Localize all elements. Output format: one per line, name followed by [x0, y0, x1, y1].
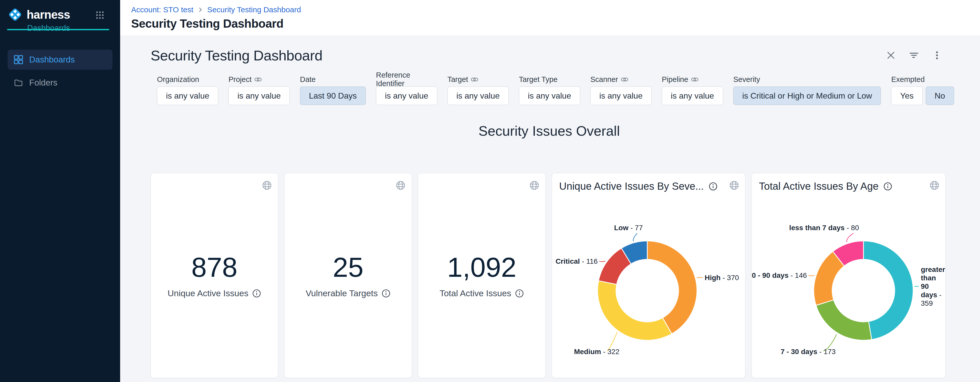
slice-label: Medium - 322 — [574, 347, 619, 356]
link-icon — [621, 78, 628, 81]
filter-values: is any value — [590, 87, 652, 105]
stat-card: 878Unique Active Issues — [151, 173, 278, 378]
filter-values: is any value — [447, 87, 509, 105]
filter-bar: Organizationis any valueProjectis any va… — [151, 75, 948, 105]
app-root: harness Dashboards DashboardsFolders Acc… — [0, 0, 980, 382]
filter-label: Date — [300, 75, 366, 84]
stat-label: Unique Active Issues — [167, 288, 261, 298]
info-icon[interactable] — [382, 289, 391, 298]
filter-values: YesNo — [891, 87, 954, 105]
stat-label: Total Active Issues — [439, 288, 524, 298]
stat-value: 25 — [333, 253, 363, 282]
filter-group: Severityis Critical or High or Medium or… — [733, 75, 881, 105]
harness-logo-icon — [7, 7, 23, 22]
page-title: Security Testing Dashboard — [131, 17, 980, 30]
filter-values: is any value — [376, 87, 437, 105]
sidebar-item-dashboards[interactable]: Dashboards — [8, 50, 113, 70]
link-icon — [255, 78, 261, 81]
slice-label: Critical - 116 — [555, 257, 598, 266]
dashboard-title: Security Testing Dashboard — [151, 47, 323, 64]
sidebar-item-folders[interactable]: Folders — [8, 73, 113, 93]
module-name: Dashboards — [27, 24, 113, 33]
donut-chart: High - 370Medium - 322Critical - 116Low … — [552, 173, 745, 378]
sidebar-header: harness Dashboards — [0, 0, 120, 33]
stat-value: 878 — [191, 253, 237, 282]
chart-title: Unique Active Issues By Seve... — [559, 181, 725, 192]
breadcrumb-account-link[interactable]: Account: STO test — [131, 5, 193, 14]
filter-value-button[interactable]: is any value — [157, 87, 218, 105]
slice-label: greater than 90 days - 359 — [921, 265, 944, 308]
sidebar: harness Dashboards DashboardsFolders — [0, 0, 120, 382]
filter-value-button[interactable]: is any value — [447, 87, 509, 105]
filter-value-button[interactable]: is any value — [662, 87, 723, 105]
stat-card: 25Vulnerable Targets — [284, 173, 412, 378]
section-title: Security Issues Overall — [151, 123, 948, 139]
filter-group: DateLast 90 Days — [300, 75, 366, 105]
chevron-right-icon — [197, 7, 203, 13]
donut-slice[interactable] — [598, 281, 672, 340]
filter-values: Last 90 Days — [300, 87, 366, 105]
kebab-menu-icon[interactable] — [932, 50, 942, 60]
donut-slice[interactable] — [816, 300, 872, 340]
filter-values: is any value — [157, 87, 218, 105]
folder-icon — [14, 78, 23, 87]
chart-card: Total Active Issues By Agegreater than 9… — [751, 173, 946, 378]
breadcrumb-page-link[interactable]: Security Testing Dashboard — [207, 5, 301, 14]
chart-title: Total Active Issues By Age — [759, 181, 925, 192]
brand-name: harness — [27, 8, 70, 22]
filter-value-button[interactable]: Last 90 Days — [300, 87, 366, 105]
globe-icon[interactable] — [929, 180, 940, 191]
filter-value-button[interactable]: is any value — [590, 87, 652, 105]
filter-label: Severity — [733, 75, 881, 84]
filter-label: Exempted — [891, 75, 954, 84]
info-icon[interactable] — [515, 289, 524, 298]
filter-group: Targetis any value — [447, 75, 509, 105]
dashboard-content: Security Testing Dashboard — [120, 36, 980, 382]
filter-label: Target — [447, 75, 509, 84]
filter-group: Target Typeis any value — [519, 75, 580, 105]
sidebar-item-label: Dashboards — [29, 55, 75, 65]
filter-group: Pipelineis any value — [662, 75, 723, 105]
info-icon[interactable] — [883, 182, 892, 191]
breadcrumb: Account: STO test Security Testing Dashb… — [131, 5, 980, 14]
filter-value-button[interactable]: Yes — [891, 87, 923, 105]
info-icon[interactable] — [708, 182, 718, 191]
donut-slice[interactable] — [864, 241, 913, 339]
filter-label: Pipeline — [662, 75, 723, 84]
slice-label: 30 - 90 days - 146 — [751, 271, 807, 280]
filter-label: Project — [229, 75, 290, 84]
link-icon — [471, 78, 478, 81]
filter-value-button[interactable]: No — [926, 87, 954, 105]
filter-group: Projectis any value — [229, 75, 290, 105]
link-icon — [691, 78, 698, 81]
filter-value-button[interactable]: is Critical or High or Medium or Low — [733, 87, 881, 105]
filter-label: Scanner — [590, 75, 652, 84]
filter-value-button[interactable]: is any value — [519, 87, 580, 105]
module-switcher-grid-icon[interactable] — [95, 11, 104, 19]
filter-values: is Critical or High or Medium or Low — [733, 87, 881, 105]
filter-group: Reference Identifieris any value — [376, 75, 437, 105]
globe-icon[interactable] — [729, 180, 740, 191]
filter-value-button[interactable]: is any value — [376, 87, 437, 105]
filter-icon[interactable] — [909, 50, 919, 60]
dashboards-grid-icon — [14, 55, 23, 64]
slice-label: less than 7 days - 80 — [789, 223, 859, 232]
module-underline — [7, 29, 109, 30]
globe-icon[interactable] — [261, 180, 272, 191]
filter-values: is any value — [229, 87, 290, 105]
dashboard-actions — [886, 50, 942, 60]
donut-chart: greater than 90 days - 3597 - 30 days - … — [752, 173, 945, 378]
globe-icon[interactable] — [529, 180, 540, 191]
stat-label: Vulnerable Targets — [305, 288, 391, 298]
stat-value: 1,092 — [447, 253, 516, 282]
donut-slice[interactable] — [647, 241, 697, 334]
cards-row: 878Unique Active Issues25Vulnerable Targ… — [151, 173, 948, 378]
close-icon[interactable] — [886, 50, 896, 60]
filter-value-button[interactable]: is any value — [229, 87, 290, 105]
filter-values: is any value — [519, 87, 580, 105]
info-icon[interactable] — [252, 289, 261, 298]
filter-label: Organization — [157, 75, 218, 84]
globe-icon[interactable] — [395, 180, 406, 191]
slice-label: 7 - 30 days - 173 — [781, 347, 836, 356]
filter-values: is any value — [662, 87, 723, 105]
